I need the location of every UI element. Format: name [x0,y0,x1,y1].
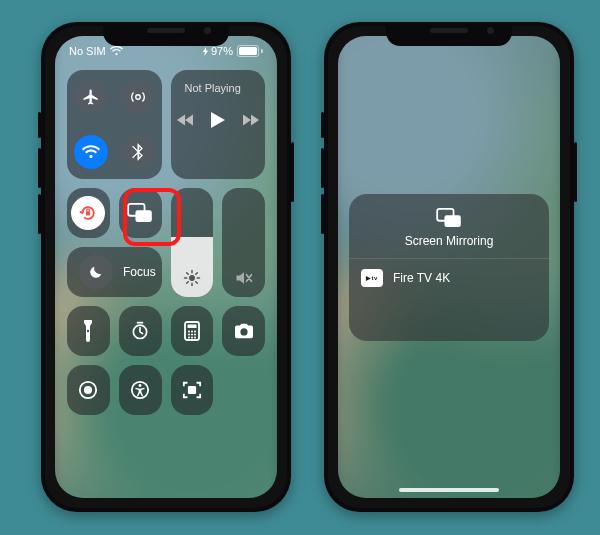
play-icon [211,112,225,128]
flashlight-button[interactable] [67,306,110,356]
code-scanner-icon [182,380,202,400]
bluetooth-button[interactable] [121,135,155,169]
prev-track-icon [177,114,193,126]
focus-label: Focus [123,265,156,279]
svg-point-0 [136,95,141,100]
svg-point-21 [139,384,142,387]
battery-icon [237,45,263,57]
svg-rect-8 [187,325,196,329]
record-icon [78,380,98,400]
flashlight-icon [81,320,95,342]
airdrop-button[interactable] [121,80,155,114]
bluetooth-icon [132,143,143,161]
svg-point-4 [189,275,195,281]
mirroring-device-row[interactable]: ▶tv Fire TV 4K [349,259,549,297]
brightness-slider[interactable] [171,188,214,297]
calculator-button[interactable] [171,306,214,356]
svg-point-10 [191,331,193,333]
svg-rect-22 [188,386,196,394]
svg-point-11 [194,331,196,333]
battery-pct: 97% [211,45,233,57]
svg-point-19 [84,386,92,394]
svg-point-9 [188,331,190,333]
screen-mirroring-icon [127,203,153,223]
svg-point-5 [87,330,89,332]
appletv-badge-icon: ▶tv [361,269,383,287]
wifi-status-icon [110,46,123,56]
next-track-button[interactable] [243,114,259,126]
phone-right: Screen Mirroring ▶tv Fire TV 4K [324,22,574,512]
airplane-icon [82,88,100,106]
screen-left: No SIM 97% [55,36,277,498]
speaker-mute-icon [234,269,254,287]
media-panel[interactable]: Not Playing [171,70,266,179]
mirroring-device-name: Fire TV 4K [393,271,450,285]
mirroring-sheet: Screen Mirroring ▶tv Fire TV 4K [349,194,549,341]
screen-right: Screen Mirroring ▶tv Fire TV 4K [338,36,560,498]
airdrop-icon [129,88,147,106]
home-indicator[interactable] [399,488,499,492]
volume-slider[interactable] [222,188,265,297]
mirroring-title: Screen Mirroring [405,234,494,248]
brightness-icon [183,269,201,287]
prev-track-button[interactable] [177,114,193,126]
svg-point-15 [188,337,190,339]
camera-icon [233,322,255,340]
mirroring-header: Screen Mirroring [349,194,549,259]
moon-icon [88,264,104,280]
play-button[interactable] [211,112,225,128]
charge-bolt-icon [201,47,210,56]
screen-record-button[interactable] [67,365,110,415]
timer-button[interactable] [119,306,162,356]
next-track-icon [243,114,259,126]
screen-mirroring-button[interactable] [119,188,162,238]
svg-point-13 [191,334,193,336]
svg-point-16 [191,337,193,339]
carrier-label: No SIM [69,45,106,57]
wifi-icon [82,145,100,159]
media-title: Not Playing [185,82,241,94]
accessibility-button[interactable] [119,365,162,415]
phone-left: No SIM 97% [41,22,291,512]
rotation-lock-icon [78,203,98,223]
svg-point-12 [188,334,190,336]
svg-rect-24 [444,215,460,227]
connectivity-panel[interactable] [67,70,162,179]
code-scanner-button[interactable] [171,365,214,415]
control-center: Not Playing [55,36,277,498]
focus-button[interactable]: Focus [67,247,162,297]
brightness-fill [171,237,214,297]
airplane-mode-button[interactable] [74,80,108,114]
timer-icon [130,321,150,341]
wifi-button[interactable] [74,135,108,169]
calculator-icon [184,321,200,341]
svg-rect-1 [86,211,90,215]
svg-point-14 [194,334,196,336]
screen-mirroring-icon [436,208,462,228]
rotation-lock-button[interactable] [67,188,110,238]
media-controls [177,112,259,128]
svg-rect-3 [136,210,152,222]
accessibility-icon [130,380,150,400]
camera-button[interactable] [222,306,265,356]
svg-point-17 [194,337,196,339]
